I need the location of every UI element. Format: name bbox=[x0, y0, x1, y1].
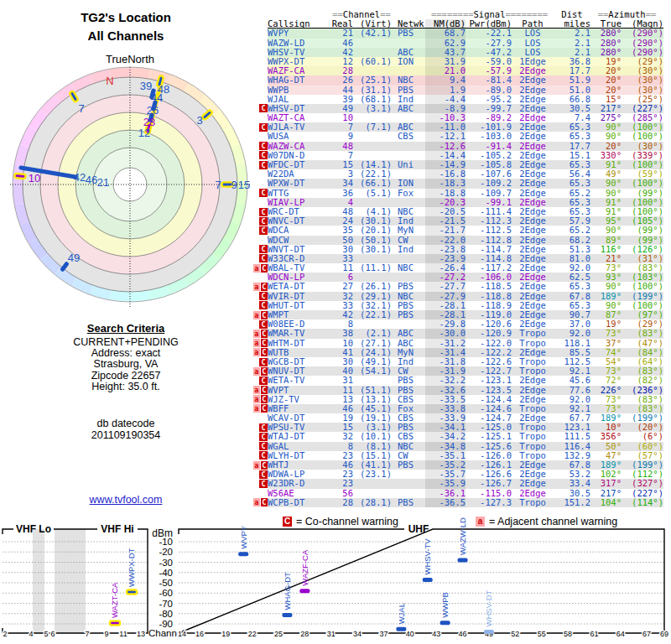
cell-network: Fox bbox=[392, 189, 425, 198]
chart-station-marker bbox=[127, 590, 137, 595]
warn-col-spacer bbox=[253, 10, 268, 19]
warning-markers bbox=[253, 413, 268, 423]
chart-station-label: WHAG-DT bbox=[283, 572, 292, 610]
co-channel-warning-icon: C bbox=[261, 367, 268, 376]
cell-azimuth-magnetic: (83°) bbox=[622, 329, 663, 338]
station-channel-label: 49 bbox=[68, 252, 80, 264]
channel-tick-label: 28 bbox=[300, 630, 309, 638]
warning-markers: aC bbox=[253, 339, 268, 348]
cell-real-channel: 50 bbox=[331, 236, 353, 245]
warn-col-spacer bbox=[253, 19, 268, 29]
warning-markers: C bbox=[253, 254, 268, 263]
dbm-tick-label: -60 bbox=[159, 588, 173, 598]
cell-azimuth-true: 90° bbox=[590, 282, 622, 291]
cell-network: Ind bbox=[392, 357, 425, 366]
warning-markers: aC bbox=[253, 366, 268, 376]
cell-virtual-channel: (51.1) bbox=[353, 386, 392, 395]
warning-markers bbox=[253, 179, 268, 188]
vhf-hi-label: VHF Hi bbox=[101, 523, 133, 535]
co-channel-warning-icon: C bbox=[259, 301, 268, 309]
cell-azimuth-true: 280° bbox=[590, 29, 622, 38]
cell-power: -22.1 bbox=[466, 29, 512, 38]
channel-tick-label: 7 bbox=[85, 630, 89, 638]
cell-azimuth-magnetic: (290°) bbox=[622, 29, 663, 38]
cell-virtual-channel: (26.1) bbox=[353, 282, 392, 291]
warning-markers bbox=[253, 489, 268, 498]
co-channel-warning-icon: C bbox=[259, 320, 268, 329]
cell-virtual-channel: (20.1) bbox=[353, 226, 392, 235]
cell-callsign: WDCW bbox=[268, 236, 331, 245]
channel-tick-label: 31 bbox=[327, 630, 336, 638]
table-row: aCWCPB-DT28(28.1)PBS-36.5-127.3Tropo151.… bbox=[253, 498, 669, 507]
co-channel-warning-icon: C bbox=[259, 226, 268, 235]
warning-markers bbox=[253, 86, 268, 95]
cell-path: 2Edge bbox=[512, 282, 554, 291]
adjacent-channel-warning-icon: a bbox=[253, 498, 260, 506]
cell-power: -89.0 bbox=[466, 86, 512, 95]
warning-markers: aC bbox=[253, 404, 268, 413]
cell-virtual-channel: (2.1) bbox=[353, 329, 392, 338]
cell-azimuth-true: 104° bbox=[590, 498, 622, 507]
adjacent-channel-warning-icon: a bbox=[253, 339, 260, 347]
station-channel-label: 39 bbox=[140, 80, 152, 92]
cell-callsign: WDCA bbox=[268, 226, 331, 235]
chart-station-marker bbox=[299, 589, 309, 593]
cell-distance: 151.2 bbox=[554, 498, 590, 507]
cell-real-channel: 27 bbox=[331, 282, 353, 291]
cell-virtual-channel: (31.1) bbox=[353, 86, 392, 95]
chart-station-label: WAZW-LD bbox=[458, 517, 467, 555]
co-channel-warning-icon: C bbox=[259, 451, 268, 460]
cell-azimuth-magnetic: (114°) bbox=[622, 498, 663, 507]
vhf-gap-band bbox=[55, 529, 86, 633]
chart-station-label: WHSV-TV bbox=[423, 538, 432, 575]
chart-station-marker bbox=[423, 578, 433, 582]
co-channel-warning-icon: C bbox=[261, 461, 268, 470]
chart-station-label: WHSV-DT bbox=[484, 590, 493, 627]
co-channel-warning-icon: C bbox=[259, 254, 268, 262]
channel-tick-label: 4 bbox=[29, 630, 33, 638]
warning-markers: C bbox=[253, 357, 268, 366]
cell-noise-margin: -36.5 bbox=[425, 498, 466, 507]
table-row: WHAG-DT26(25.1)NBC9.4-81.42Edge51.920°(3… bbox=[253, 75, 669, 85]
cell-virtual-channel: (3.1) bbox=[353, 104, 392, 113]
cell-path: 2Edge bbox=[512, 132, 554, 141]
station-channel-label: 21 bbox=[97, 176, 109, 189]
signal-strength-charts: -10-20-30-40-50-60-70-80-90dBmChannelVHF… bbox=[0, 516, 671, 644]
cell-virtual-channel: (10.1) bbox=[353, 432, 392, 441]
cell-noise-margin: -34.2 bbox=[425, 432, 466, 441]
co-channel-warning-icon: C bbox=[261, 283, 268, 291]
cell-azimuth-true: 20° bbox=[590, 86, 622, 95]
cell-azimuth-true: 90° bbox=[590, 132, 622, 141]
channel-tick-label: 40 bbox=[406, 630, 414, 638]
cell-callsign: WETA-DT bbox=[268, 282, 331, 291]
adjacent-channel-warning-icon: a bbox=[253, 461, 260, 470]
cell-power: -112.8 bbox=[466, 236, 512, 245]
chart-station-label: WJAL bbox=[397, 603, 406, 624]
chart-station-marker bbox=[282, 613, 292, 617]
warning-markers: C bbox=[253, 189, 268, 198]
cell-power: -125.1 bbox=[466, 432, 512, 441]
warning-markers: C bbox=[253, 151, 268, 160]
cell-noise-margin: -21.7 bbox=[425, 226, 466, 235]
warning-markers bbox=[253, 236, 268, 245]
cell-azimuth-magnetic: (30°) bbox=[622, 86, 663, 95]
col-header-callsign: Callsign bbox=[268, 19, 331, 28]
cell-network: PBS bbox=[392, 310, 425, 319]
station-table: ==Channel==========Signal========Dist==A… bbox=[253, 10, 669, 507]
tvfool-link[interactable]: www.tvfool.com bbox=[90, 494, 163, 506]
cell-network: ABC bbox=[392, 104, 425, 113]
db-datecode: db datecode 201109190354 bbox=[0, 418, 252, 441]
cell-distance: 65.2 bbox=[554, 226, 590, 235]
cell-network: PBS bbox=[392, 376, 425, 385]
col-header-true: True bbox=[590, 19, 622, 28]
chart-station-label: WWPB bbox=[440, 592, 450, 618]
station-channel-label: 9 bbox=[231, 179, 237, 191]
channel-tick-label: 5 bbox=[44, 630, 48, 638]
cell-real-channel: 34 bbox=[331, 179, 353, 188]
cell-azimuth-magnetic: (100°) bbox=[622, 179, 663, 188]
warning-markers bbox=[253, 273, 268, 282]
cell-power: -112.5 bbox=[466, 226, 512, 235]
warning-markers: C bbox=[253, 292, 268, 301]
chart-station-marker bbox=[238, 552, 248, 556]
table-row: aCWVPT11(51.1)PBS-32.6-123.52Edge77.6226… bbox=[253, 386, 669, 395]
